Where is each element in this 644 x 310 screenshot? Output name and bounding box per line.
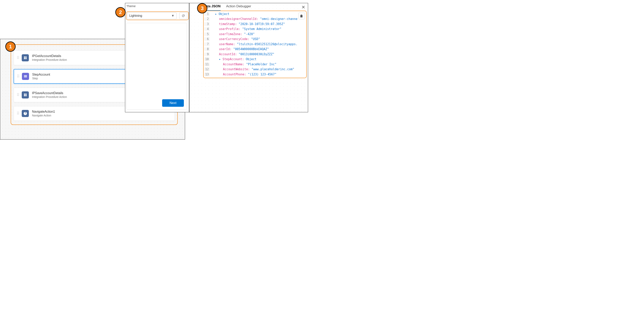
json-value: Object (246, 57, 256, 61)
tab-action-debugger[interactable]: Action Debugger (226, 3, 251, 11)
json-viewer[interactable]: 1▸ Object2omnidesignerChannelId: "omni-d… (204, 11, 306, 77)
step-title: StepAccount (32, 73, 50, 76)
json-value: "USD" (251, 37, 260, 41)
json-value: "ltulchin-05012512126@vlocityapps. (237, 42, 298, 46)
line-number: 12 (204, 67, 210, 71)
step-subtitle: Navigate Action (32, 114, 55, 117)
json-key: userId: (219, 47, 232, 51)
drag-handle-icon[interactable]: ⠿ (16, 92, 20, 98)
json-key: timeStamp: (219, 22, 237, 26)
drag-handle-icon[interactable]: ⠿ (16, 55, 20, 61)
chevron-down-icon: ▼ (171, 14, 174, 17)
line-number: 1 (204, 12, 210, 16)
json-tabs: Data JSON Action Debugger (203, 3, 251, 11)
json-key: AccountPhone: (223, 73, 246, 76)
json-value: Object (218, 12, 229, 16)
callout-badge-3: 3 (197, 3, 207, 13)
panel-data-json: Data JSON Action Debugger ✕ 1▸ Object2om… (189, 3, 308, 112)
step-subtitle: Step (32, 77, 50, 80)
json-key: userTimeZone: (219, 32, 242, 36)
json-value: "-420" (244, 32, 254, 36)
json-line: 2omnidesignerChannelId: "omni-designer-c… (204, 16, 306, 22)
json-key: StepAccount: (222, 57, 244, 61)
step-subtitle: Integration Procedure Action (32, 58, 67, 61)
json-value: "www.placeholderinc.com" (252, 67, 294, 71)
json-line: 9AccountId: "0013i0000030LDyZZZ" (204, 52, 306, 57)
json-key: AccountName: (223, 62, 244, 66)
theme-select-value: Lightning (129, 14, 142, 17)
step-title: IPGetAccountDetails (32, 54, 67, 58)
step-title: NavigateAction1 (32, 110, 55, 113)
json-value: "2020-10-10T19:59:07.395Z" (238, 22, 285, 26)
json-line: 6userCurrencyCode: "USD" (204, 37, 306, 42)
close-icon[interactable]: ✕ (302, 5, 305, 10)
drag-handle-icon[interactable]: ⠿ (16, 110, 20, 117)
json-value: "System Administrator" (242, 27, 282, 31)
json-line: 10▸ StepAccount: Object (204, 57, 306, 62)
json-key: omnidesignerChannelId: (219, 17, 258, 21)
line-number: 9 (204, 52, 210, 56)
json-key: userProfile: (219, 27, 240, 31)
clipboard-icon (300, 14, 303, 18)
json-line: 13AccountPhone: "(123) 123-4567" (204, 72, 306, 77)
step-text: IPGetAccountDetailsIntegration Procedure… (32, 54, 67, 61)
json-value: "PlaceHolder Inc" (246, 62, 276, 66)
json-line: 8userId: "0054W00000BbkEAQAZ" (204, 47, 306, 52)
line-number: 7 (204, 42, 210, 46)
step-subtitle: Integration Procedure Action (32, 95, 67, 98)
callout-badge-2: 2 (115, 7, 126, 17)
ip-icon (22, 91, 29, 98)
line-number: 5 (204, 32, 210, 36)
line-number: 3 (204, 22, 210, 26)
line-number: 6 (204, 37, 210, 41)
drag-handle-icon[interactable]: ⠿ (17, 73, 20, 79)
step-text: NavigateAction1Navigate Action (32, 110, 55, 117)
json-key: AccountWebsite: (223, 67, 250, 71)
json-value: "omni-designer-channe (260, 17, 298, 21)
step-title: IPSaveAccountDetails (32, 91, 67, 95)
line-number: 8 (204, 47, 210, 51)
json-line: 5userTimeZone: "-420" (204, 31, 306, 37)
line-number: 11 (204, 62, 210, 66)
json-line: 3timeStamp: "2020-10-10T19:59:07.395Z" (204, 21, 306, 27)
step-text: IPSaveAccountDetailsIntegration Procedur… (32, 91, 67, 98)
step-text: StepAccountStep (32, 73, 50, 80)
json-line: 7userName: "ltulchin-05012512126@vlocity… (204, 42, 306, 47)
expand-arrow-icon[interactable]: ▸ (219, 57, 222, 61)
theme-label: Theme (126, 4, 136, 8)
nav-icon (22, 110, 29, 117)
json-line: 4userProfile: "System Administrator" (204, 27, 306, 32)
line-number: 2 (204, 17, 210, 21)
json-line: 11AccountName: "PlaceHolder Inc" (204, 62, 306, 67)
theme-select[interactable]: Lightning ▼ (127, 12, 176, 19)
json-key: userName: (219, 42, 235, 46)
next-button[interactable]: Next (162, 99, 184, 107)
callout-badge-1: 1 (5, 41, 16, 52)
copy-button[interactable] (298, 13, 305, 19)
refresh-icon (182, 14, 185, 17)
line-number: 13 (204, 73, 210, 76)
panel-preview: Theme Lightning ▼ Next (125, 3, 189, 112)
line-number: 4 (204, 27, 210, 31)
json-value: "0013i0000030LDyZZZ" (238, 52, 274, 56)
expand-arrow-icon[interactable]: ▸ (215, 12, 218, 16)
json-value: "(123) 123-4567" (248, 73, 276, 76)
json-key: AccountId: (219, 52, 237, 56)
json-line: 1▸ Object (204, 11, 306, 16)
json-value: "0054W00000BbkEAQAZ" (233, 47, 269, 51)
line-number: 10 (204, 57, 210, 61)
json-key: userCurrencyCode: (219, 37, 250, 41)
ip-icon (22, 54, 29, 61)
json-line: 12AccountWebsite: "www.placeholderinc.co… (204, 67, 306, 72)
refresh-button[interactable] (179, 12, 187, 19)
step-icon (22, 73, 29, 80)
preview-body: Next (126, 23, 187, 110)
